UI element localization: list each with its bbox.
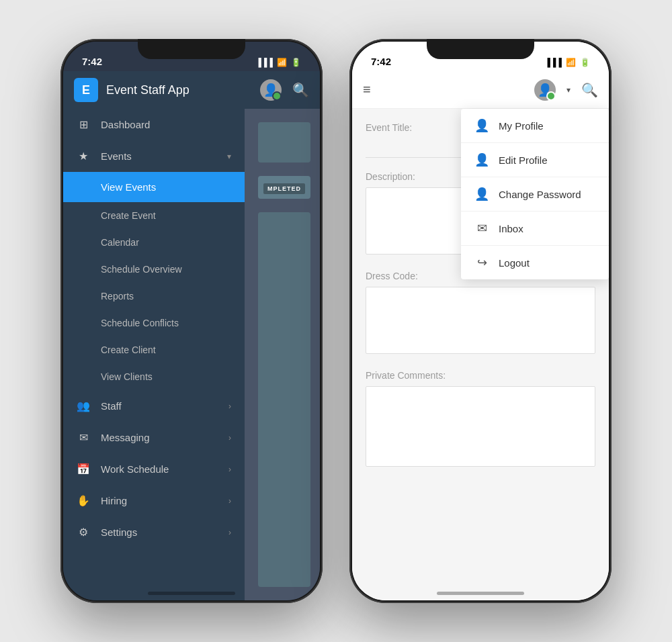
avatar-button-left[interactable]: 👤 (260, 79, 282, 101)
app-title: Event Staff App (106, 83, 252, 97)
time-left: 7:42 (82, 56, 102, 67)
sidebar-label-view-clients: View Clients (101, 371, 153, 382)
sidebar-label-dashboard: Dashboard (101, 119, 231, 130)
sidebar-item-create-client[interactable]: Create Client (63, 336, 245, 363)
dress-code-textarea[interactable] (366, 287, 595, 354)
content-panel-left: MPLETED (245, 109, 320, 600)
nav-actions-left: 👤 🔍 (260, 79, 309, 101)
form-field-dress-code: Dress Code: (366, 271, 595, 357)
notch-right (427, 39, 534, 59)
wifi-icon-right: 📶 (566, 58, 576, 67)
scene: 7:42 ▐▐▐ 📶 🔋 E Event Staff App (60, 39, 612, 603)
sidebar-label-view-events: View Events (77, 181, 231, 193)
sidebar-label-calendar: Calendar (101, 237, 139, 248)
sidebar-item-events[interactable]: ★ Events ▾ (63, 140, 245, 172)
phone2: 7:42 ▐▐▐ 📶 🔋 ≡ 👤 ▾ 🔍 (349, 39, 612, 603)
staff-arrow-icon: › (228, 402, 231, 411)
dropdown-label-my-profile: My Profile (499, 120, 544, 132)
sidebar-label-messaging: Messaging (101, 432, 218, 443)
app-icon: E (74, 78, 98, 102)
status-icons-left: ▐▐▐ 📶 🔋 (255, 58, 301, 67)
signal-icon: ▐▐▐ (255, 58, 273, 67)
inbox-icon: ✉ (474, 221, 489, 236)
phone1-main: ⊞ Dashboard ★ Events ▾ View Events (63, 109, 320, 600)
home-indicator-left (148, 592, 235, 595)
staff-icon: 👥 (77, 400, 90, 412)
dropdown-label-change-password: Change Password (499, 189, 581, 200)
sidebar-label-schedule-conflicts: Schedule Conflicts (101, 318, 179, 328)
sidebar-item-create-event[interactable]: Create Event (63, 202, 245, 229)
private-comments-textarea[interactable] (366, 386, 595, 467)
sidebar-item-staff[interactable]: 👥 Staff › (63, 390, 245, 422)
sidebar-item-work-schedule[interactable]: 📅 Work Schedule › (63, 453, 245, 485)
sidebar-item-hiring[interactable]: ✋ Hiring › (63, 485, 245, 516)
nav-right-actions: 👤 ▾ 🔍 (534, 79, 598, 101)
messaging-arrow-icon: › (228, 433, 231, 443)
notch-left (138, 39, 245, 59)
sidebar-item-messaging[interactable]: ✉ Messaging › (63, 422, 245, 453)
sidebar-item-schedule-overview[interactable]: Schedule Overview (63, 256, 245, 283)
sidebar-label-schedule-overview: Schedule Overview (101, 264, 182, 275)
signal-icon-right: ▐▐▐ (544, 58, 562, 67)
sidebar-item-calendar[interactable]: Calendar (63, 229, 245, 256)
settings-arrow-icon: › (228, 528, 231, 537)
dropdown-label-inbox: Inbox (499, 223, 523, 234)
edit-profile-icon: 👤 (474, 152, 489, 167)
hiring-arrow-icon: › (228, 496, 231, 506)
dropdown-item-change-password[interactable]: 👤 Change Password (461, 177, 609, 212)
sidebar-label-create-event: Create Event (101, 210, 156, 221)
navbar-right: ≡ 👤 ▾ 🔍 👤 My Profile (352, 71, 609, 109)
sidebar-label-staff: Staff (101, 400, 218, 412)
sidebar-item-view-events[interactable]: View Events (63, 172, 245, 202)
change-password-icon: 👤 (474, 187, 489, 201)
completed-badge: MPLETED (263, 183, 305, 194)
sidebar-label-reports: Reports (101, 291, 134, 302)
dropdown-menu: 👤 My Profile 👤 Edit Profile 👤 Change Pas… (461, 109, 609, 279)
sidebar-item-settings[interactable]: ⚙ Settings › (63, 516, 245, 548)
status-icons-right: ▐▐▐ 📶 🔋 (544, 58, 590, 67)
sidebar-label-hiring: Hiring (101, 495, 218, 506)
messaging-icon: ✉ (77, 431, 90, 444)
form-field-private-comments: Private Comments: (366, 370, 595, 469)
battery-icon: 🔋 (291, 58, 301, 67)
sidebar-label-work-schedule: Work Schedule (101, 463, 218, 475)
dropdown-item-logout[interactable]: ↪ Logout (461, 246, 609, 279)
phone1-inner: 7:42 ▐▐▐ 📶 🔋 E Event Staff App (63, 42, 320, 600)
time-right: 7:42 (371, 56, 391, 67)
battery-icon-right: 🔋 (580, 58, 590, 67)
logout-icon: ↪ (474, 255, 489, 270)
sidebar-item-schedule-conflicts[interactable]: Schedule Conflicts (63, 310, 245, 336)
dropdown-item-edit-profile[interactable]: 👤 Edit Profile (461, 143, 609, 177)
my-profile-icon: 👤 (474, 118, 489, 133)
search-button-right[interactable]: 🔍 (581, 82, 598, 98)
avatar-icon-left: 👤 (263, 83, 278, 97)
avatar-dropdown-arrow: ▾ (566, 85, 571, 95)
dropdown-label-edit-profile: Edit Profile (499, 154, 548, 166)
dropdown-item-my-profile[interactable]: 👤 My Profile (461, 109, 609, 143)
phone1: 7:42 ▐▐▐ 📶 🔋 E Event Staff App (60, 39, 323, 603)
sidebar-item-reports[interactable]: Reports (63, 283, 245, 310)
hamburger-button[interactable]: ≡ (363, 82, 371, 97)
events-icon: ★ (77, 150, 90, 163)
phone2-inner: 7:42 ▐▐▐ 📶 🔋 ≡ 👤 ▾ 🔍 (352, 42, 609, 600)
sidebar-item-dashboard[interactable]: ⊞ Dashboard (63, 109, 245, 140)
phone2-wrapper: 7:42 ▐▐▐ 📶 🔋 ≡ 👤 ▾ 🔍 (349, 39, 612, 603)
avatar-icon-right: 👤 (538, 83, 552, 97)
events-arrow-icon: ▾ (227, 152, 231, 161)
sidebar-panel: ⊞ Dashboard ★ Events ▾ View Events (63, 109, 245, 600)
sidebar-item-view-clients[interactable]: View Clients (63, 363, 245, 390)
home-indicator-right (437, 592, 524, 595)
sidebar-label-create-client: Create Client (101, 345, 156, 355)
dropdown-label-logout: Logout (499, 257, 530, 269)
private-comments-label: Private Comments: (366, 370, 595, 381)
dropdown-item-inbox[interactable]: ✉ Inbox (461, 212, 609, 246)
sidebar-label-events: Events (101, 150, 216, 162)
avatar-button-right[interactable]: 👤 (534, 79, 556, 101)
work-schedule-icon: 📅 (77, 463, 90, 475)
sidebar-label-settings: Settings (101, 526, 218, 538)
hiring-icon: ✋ (77, 494, 90, 507)
navbar-left: E Event Staff App 👤 🔍 (63, 71, 320, 109)
wifi-icon: 📶 (277, 58, 287, 67)
search-button-left[interactable]: 🔍 (292, 82, 309, 98)
phone1-wrapper: 7:42 ▐▐▐ 📶 🔋 E Event Staff App (60, 39, 323, 603)
